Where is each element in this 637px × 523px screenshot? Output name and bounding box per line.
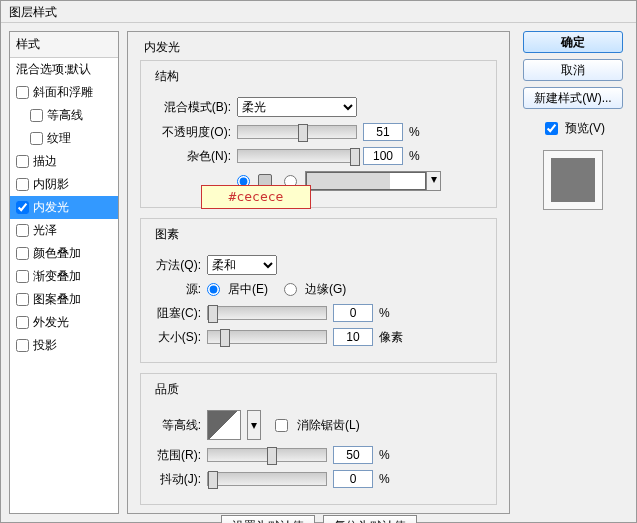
style-item-6[interactable]: 光泽 [10, 219, 118, 242]
blend-options-item[interactable]: 混合选项:默认 [10, 58, 118, 81]
style-checkbox[interactable] [16, 155, 29, 168]
color-callout: #cecece [201, 185, 311, 209]
style-label: 描边 [33, 153, 57, 170]
pct-label: % [379, 472, 390, 486]
noise-slider[interactable] [237, 149, 357, 163]
contour-picker[interactable] [207, 410, 241, 440]
style-checkbox[interactable] [30, 132, 43, 145]
pct-label: % [409, 125, 420, 139]
style-checkbox[interactable] [16, 293, 29, 306]
style-item-2[interactable]: 纹理 [10, 127, 118, 150]
style-label: 斜面和浮雕 [33, 84, 93, 101]
blend-mode-label: 混合模式(B): [151, 99, 231, 116]
style-checkbox[interactable] [16, 339, 29, 352]
source-edge-radio[interactable] [284, 283, 297, 296]
style-label: 光泽 [33, 222, 57, 239]
new-style-button[interactable]: 新建样式(W)... [523, 87, 623, 109]
style-label: 渐变叠加 [33, 268, 81, 285]
inner-glow-panel: 内发光 结构 混合模式(B): 柔光 不透明度(O): % 杂色(N): [127, 31, 510, 514]
style-label: 投影 [33, 337, 57, 354]
choke-input[interactable] [333, 304, 373, 322]
style-checkbox[interactable] [16, 316, 29, 329]
style-label: 内阴影 [33, 176, 69, 193]
opacity-input[interactable] [363, 123, 403, 141]
preview-thumbnail [543, 150, 603, 210]
style-checkbox[interactable] [16, 201, 29, 214]
style-checkbox[interactable] [16, 86, 29, 99]
range-input[interactable] [333, 446, 373, 464]
dialog-title: 图层样式 [1, 1, 636, 23]
preview-label: 预览(V) [565, 120, 605, 137]
style-label: 外发光 [33, 314, 69, 331]
style-item-3[interactable]: 描边 [10, 150, 118, 173]
opacity-slider[interactable] [237, 125, 357, 139]
blend-mode-select[interactable]: 柔光 [237, 97, 357, 117]
opacity-label: 不透明度(O): [151, 124, 231, 141]
center-label: 居中(E) [228, 281, 268, 298]
jitter-slider[interactable] [207, 472, 327, 486]
size-input[interactable] [333, 328, 373, 346]
size-slider[interactable] [207, 330, 327, 344]
range-label: 范围(R): [151, 447, 201, 464]
method-label: 方法(Q): [151, 257, 201, 274]
style-item-4[interactable]: 内阴影 [10, 173, 118, 196]
style-checkbox[interactable] [16, 224, 29, 237]
jitter-input[interactable] [333, 470, 373, 488]
jitter-label: 抖动(J): [151, 471, 201, 488]
gradient-preview[interactable] [306, 172, 426, 190]
style-item-10[interactable]: 外发光 [10, 311, 118, 334]
noise-label: 杂色(N): [151, 148, 231, 165]
choke-slider[interactable] [207, 306, 327, 320]
contour-dropdown-icon[interactable]: ▾ [247, 410, 261, 440]
reset-default-button[interactable]: 复位为默认值 [323, 515, 417, 523]
gradient-dropdown-icon[interactable]: ▾ [426, 172, 440, 190]
style-checkbox[interactable] [16, 178, 29, 191]
styles-list: 样式 混合选项:默认 斜面和浮雕等高线纹理描边内阴影内发光光泽颜色叠加渐变叠加图… [9, 31, 119, 514]
antialias-checkbox[interactable] [275, 419, 288, 432]
elements-title: 图素 [151, 226, 183, 243]
style-item-9[interactable]: 图案叠加 [10, 288, 118, 311]
style-label: 纹理 [47, 130, 71, 147]
style-item-5[interactable]: 内发光 [10, 196, 118, 219]
style-item-8[interactable]: 渐变叠加 [10, 265, 118, 288]
style-item-1[interactable]: 等高线 [10, 104, 118, 127]
size-label: 大小(S): [151, 329, 201, 346]
choke-label: 阻塞(C): [151, 305, 201, 322]
layer-style-dialog: 图层样式 样式 混合选项:默认 斜面和浮雕等高线纹理描边内阴影内发光光泽颜色叠加… [0, 0, 637, 523]
pct-label: % [379, 306, 390, 320]
pct-label: % [379, 448, 390, 462]
style-item-7[interactable]: 颜色叠加 [10, 242, 118, 265]
style-label: 图案叠加 [33, 291, 81, 308]
source-label: 源: [151, 281, 201, 298]
style-item-11[interactable]: 投影 [10, 334, 118, 357]
style-checkbox[interactable] [16, 270, 29, 283]
style-item-0[interactable]: 斜面和浮雕 [10, 81, 118, 104]
pct-label: % [409, 149, 420, 163]
cancel-button[interactable]: 取消 [523, 59, 623, 81]
ok-button[interactable]: 确定 [523, 31, 623, 53]
antialias-label: 消除锯齿(L) [297, 417, 360, 434]
make-default-button[interactable]: 设置为默认值 [221, 515, 315, 523]
style-checkbox[interactable] [16, 247, 29, 260]
preview-checkbox[interactable] [545, 122, 558, 135]
elements-group: 图素 方法(Q): 柔和 源: 居中(E) 边缘(G) 阻塞(C): [140, 218, 497, 363]
structure-title: 结构 [151, 68, 183, 85]
contour-label: 等高线: [151, 417, 201, 434]
style-checkbox[interactable] [30, 109, 43, 122]
method-select[interactable]: 柔和 [207, 255, 277, 275]
styles-header[interactable]: 样式 [10, 32, 118, 58]
range-slider[interactable] [207, 448, 327, 462]
quality-group: 品质 等高线: ▾ 消除锯齿(L) 范围(R): % [140, 373, 497, 505]
panel-title: 内发光 [140, 39, 184, 56]
style-label: 颜色叠加 [33, 245, 81, 262]
edge-label: 边缘(G) [305, 281, 346, 298]
noise-input[interactable] [363, 147, 403, 165]
px-label: 像素 [379, 329, 403, 346]
structure-group: 结构 混合模式(B): 柔光 不透明度(O): % 杂色(N): [140, 60, 497, 208]
source-center-radio[interactable] [207, 283, 220, 296]
style-label: 等高线 [47, 107, 83, 124]
style-label: 内发光 [33, 199, 69, 216]
quality-title: 品质 [151, 381, 183, 398]
